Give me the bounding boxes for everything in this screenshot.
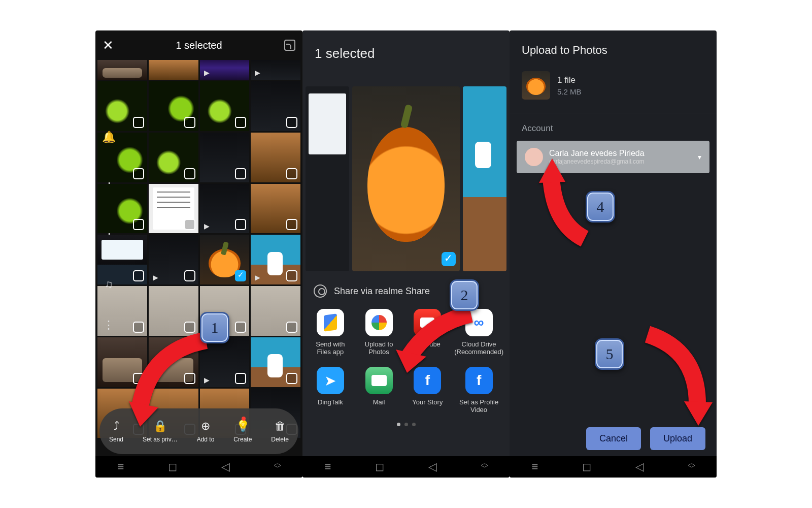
thumb[interactable] (200, 133, 250, 182)
label: Set as priv… (143, 436, 178, 443)
thumb-selected[interactable] (200, 235, 250, 284)
nav-bar: ≡ ◻ ◁ ⌔ (302, 456, 510, 478)
thumb[interactable] (97, 184, 147, 234)
preview-strip[interactable] (302, 86, 510, 271)
cast-icon[interactable] (284, 40, 295, 51)
checkbox-checked[interactable] (442, 252, 456, 266)
app-files[interactable]: Send with Files app (308, 305, 353, 360)
divider (510, 113, 717, 113)
checkbox[interactable] (133, 168, 144, 179)
checkbox[interactable] (286, 373, 297, 384)
thumb[interactable]: ▶ (251, 235, 300, 284)
checkbox[interactable] (133, 219, 144, 230)
thumb[interactable] (149, 184, 198, 234)
checkbox[interactable] (133, 270, 144, 281)
create-button[interactable]: 💡Create (233, 420, 252, 443)
step-badge-5: 5 (595, 338, 624, 370)
checkbox[interactable] (286, 322, 297, 333)
checkbox[interactable] (184, 219, 195, 230)
close-icon[interactable]: ✕ (103, 38, 114, 53)
label: Set as Profile Video (454, 398, 503, 414)
preview-thumb[interactable] (463, 86, 506, 271)
checkbox[interactable] (184, 117, 195, 128)
delete-button[interactable]: 🗑Delete (271, 420, 289, 443)
thumb[interactable] (149, 60, 198, 80)
nav-back-icon[interactable]: ◁ (428, 460, 437, 473)
more-icon[interactable]: ⋮ (98, 315, 119, 335)
nav-back-icon[interactable]: ◁ (221, 460, 230, 473)
nav-home-icon[interactable]: ◻ (582, 460, 591, 473)
nav-accessibility-icon[interactable]: ⌔ (274, 460, 281, 473)
label: Mail (373, 398, 385, 406)
thumb[interactable] (149, 286, 198, 336)
thumb[interactable]: ▶ (251, 60, 300, 80)
play-icon: ▶ (204, 69, 210, 77)
checkbox[interactable] (133, 117, 144, 128)
checkbox[interactable] (235, 117, 246, 128)
file-summary: 1 file 5.2 MB (510, 63, 717, 108)
play-icon: ▶ (153, 273, 158, 281)
nav-home-icon[interactable]: ◻ (375, 460, 384, 473)
checkbox[interactable] (235, 168, 246, 179)
phone-share-sheet: 1 selected Share via realme Share Send w… (302, 30, 510, 478)
checkbox[interactable] (184, 168, 195, 179)
thumb[interactable] (149, 133, 198, 182)
nav-recent-icon[interactable]: ≡ (324, 460, 331, 473)
cancel-button[interactable]: Cancel (586, 427, 641, 450)
preview-thumb-selected[interactable] (352, 86, 460, 271)
bell-icon[interactable]: 🔔 (98, 127, 119, 147)
music-icon[interactable]: ♫ (98, 274, 119, 295)
label: Add to (197, 436, 215, 443)
checkbox[interactable] (235, 219, 246, 230)
thumb[interactable]: ▶ (149, 235, 198, 284)
label: Send (109, 436, 123, 443)
phone-gallery: ✕ 1 selected 🔔 ♫ ⋮ ▶ ▶ ▶ (95, 30, 302, 478)
selection-title: 1 selected (315, 46, 375, 61)
dialog-title: Upload to Photos (522, 44, 607, 56)
files-icon (317, 309, 344, 336)
page-indicator (302, 423, 510, 426)
nav-back-icon[interactable]: ◁ (635, 460, 644, 473)
file-count: 1 file (557, 75, 582, 85)
thumb[interactable] (251, 337, 300, 387)
label: Create (233, 436, 252, 443)
nav-accessibility-icon[interactable]: ⌔ (481, 460, 488, 473)
nav-recent-icon[interactable]: ≡ (117, 460, 124, 473)
checkbox-checked[interactable] (235, 270, 246, 281)
thumb[interactable] (251, 133, 300, 182)
upload-button[interactable]: Upload (650, 427, 705, 450)
annotation-arrow (390, 308, 481, 379)
thumb[interactable] (251, 184, 300, 234)
share-label: Share via realme Share (334, 286, 430, 297)
label: DingTalk (318, 398, 343, 406)
selection-title: 1 selected (114, 40, 284, 51)
label: Your Story (412, 398, 443, 406)
trash-icon: 🗑 (275, 420, 286, 433)
checkbox[interactable] (235, 322, 246, 333)
thumb[interactable]: ▶ (200, 184, 250, 234)
thumb[interactable] (97, 60, 147, 80)
phone-upload-dialog: Upload to Photos 1 file 5.2 MB Account C… (510, 30, 717, 478)
thumb[interactable] (149, 81, 198, 131)
step-badge-4: 4 (586, 191, 615, 223)
thumb[interactable] (200, 81, 250, 131)
app-dingtalk[interactable]: ➤DingTalk (308, 363, 353, 418)
thumb[interactable] (251, 286, 300, 336)
preview-thumb[interactable] (306, 86, 349, 271)
chevron-down-icon: ▾ (698, 153, 701, 161)
nav-home-icon[interactable]: ◻ (168, 460, 177, 473)
nav-recent-icon[interactable]: ≡ (531, 460, 538, 473)
thumb[interactable] (251, 81, 300, 131)
thumb[interactable] (97, 81, 147, 131)
file-thumbnail (522, 71, 550, 100)
checkbox[interactable] (286, 270, 297, 281)
bulb-icon: 💡 (236, 420, 250, 433)
file-size: 5.2 MB (557, 87, 582, 96)
checkbox[interactable] (286, 219, 297, 230)
thumb[interactable]: ▶ (200, 60, 250, 80)
checkbox[interactable] (184, 270, 195, 281)
nav-accessibility-icon[interactable]: ⌔ (688, 460, 695, 473)
checkbox[interactable] (286, 117, 297, 128)
checkbox[interactable] (235, 373, 246, 384)
checkbox[interactable] (286, 168, 297, 179)
